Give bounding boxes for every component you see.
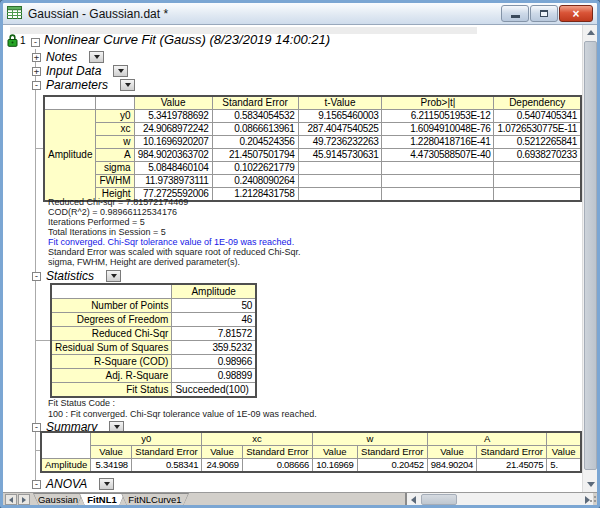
table-row: w10.16969202070.20452435649.72362322631.… [44,136,581,149]
summary-value-cell: 984.90204 [427,459,476,473]
fit-note-line: Reduced Chi-sqr = 7.81572174469 [48,197,301,207]
horizontal-scrollbar-thumb[interactable] [421,494,457,505]
param-value-cell [382,162,494,175]
param-name-cell: A [96,149,134,162]
column-header: Amplitude [172,284,256,299]
collapse-toggle-anova[interactable]: - [32,480,41,489]
collapse-toggle-statistics[interactable]: - [32,272,41,281]
scroll-left-button[interactable] [407,493,419,506]
report-title: Nonlinear Curve Fit (Gauss) (8/23/2019 1… [44,32,330,47]
table-row: Adj. R-Square0.98899 [51,369,256,383]
table-cell [44,96,96,110]
param-value-cell: 0.0866613961 [212,123,298,136]
param-value-cell [494,162,581,175]
param-name-cell: xc [96,123,134,136]
group-header: w [313,432,428,446]
summary-value-cell: 5. [547,459,581,473]
fit-note-line: sigma, FWHM, Height are derived paramete… [48,257,301,267]
group-header: xc [202,432,313,446]
section-parameters: - Parameters [32,78,135,92]
param-value-cell: 0.5834054532 [212,110,298,123]
sheet-tab-label: FitNLCurve1 [122,494,188,506]
scroll-up-button[interactable] [583,25,598,40]
param-value-cell: 24.9068972242 [134,123,212,136]
expand-toggle-notes[interactable]: + [32,53,41,62]
expand-toggle-input-data[interactable]: + [32,67,41,76]
param-name-cell: FWHM [96,175,134,188]
title-bar[interactable]: Gaussian - Gaussian.dat * × [3,3,597,25]
chevron-down-icon [111,274,117,278]
param-value-cell: 0.5407405341 [494,110,581,123]
summary-value-cell: 0.58341 [131,459,201,473]
column-header: Standard Error [357,446,427,459]
param-name-cell: sigma [96,162,134,175]
param-value-cell: 10.1696920207 [134,136,212,149]
horizontal-scrollbar[interactable] [407,493,593,506]
param-value-cell: 1.0726530775E-11 [494,123,581,136]
stat-label-cell: Reduced Chi-Sqr [51,327,172,341]
stat-value-cell: 50 [172,299,256,313]
section-menu-button-anova[interactable] [99,478,114,490]
sheet-tab-bar: GaussianFitNL1FitNLCurve1 [3,492,597,505]
collapse-toggle-parameters[interactable]: - [32,81,41,90]
sheet-tab-gaussian[interactable]: Gaussian [33,493,83,506]
summary-value-cell: 5.34198 [91,459,132,473]
param-value-cell: 0.204524356 [212,136,298,149]
fit-note-line: COD(R^2) = 0.98966112534176 [48,207,301,217]
table-cell [41,432,91,459]
parameters-table: Value Standard Error t-Value Prob>|t| De… [43,95,582,202]
chevron-down-icon [114,425,120,429]
collapse-toggle-main[interactable]: - [31,38,40,47]
param-value-cell: 21.4507501794 [212,149,298,162]
resize-grip-icon[interactable] [588,496,596,504]
column-header: Dependency [494,96,581,110]
table-row: ValueStandard ErrorValueStandard ErrorVa… [41,446,581,459]
param-value-cell [494,175,581,188]
report-body: 1 - Nonlinear Curve Fit (Gauss) (8/23/20… [3,25,597,505]
fit-status-code-line: Fit Status Code : [48,398,317,409]
section-label-notes: Notes [46,50,77,64]
restore-button[interactable] [530,5,558,22]
fit-note-line: Iterations Performed = 5 [48,217,301,227]
section-menu-button-statistics[interactable] [106,270,121,282]
section-menu-button-notes[interactable] [89,51,104,63]
table-row: Degrees of Freedom46 [51,313,256,327]
param-value-cell: 0.2408090264 [212,175,298,188]
stat-label-cell: Number of Points [51,299,172,313]
close-button[interactable]: × [559,5,593,22]
section-label-parameters: Parameters [46,78,108,92]
row-group-label: Amplitude [41,459,91,473]
sheet-tab-fitnl1[interactable]: FitNL1 [79,493,125,506]
vertical-scrollbar-thumb[interactable] [584,41,597,470]
table-row: FWHM11.97389731110.2408090264 [44,175,581,188]
report-index: 1 [20,35,26,46]
window-title: Gaussian - Gaussian.dat * [28,7,500,21]
tab-next-button[interactable] [18,494,30,505]
stat-label-cell: Adj. R-Square [51,369,172,383]
summary-value-cell: 10.16969 [313,459,358,473]
section-label-anova: ANOVA [46,477,87,491]
minimize-button[interactable] [501,5,529,22]
column-header: Standard Error [131,446,201,459]
section-menu-button-input-data[interactable] [113,65,128,77]
sheet-tab-fitnlcurve1[interactable]: FitNLCurve1 [121,493,189,506]
stat-value-cell: 7.81572 [172,327,256,341]
column-header: Value [427,446,476,459]
param-value-cell [298,188,382,202]
lock-icon[interactable] [7,33,18,51]
section-input-data: + Input Data [32,64,128,78]
param-value-cell: 4.4730588507E-40 [382,149,494,162]
param-value-cell: 984.9020363702 [134,149,212,162]
stat-label-cell: Degrees of Freedom [51,313,172,327]
section-notes: + Notes [32,50,104,64]
tree-stub [36,148,43,149]
chevron-down-icon [125,83,131,87]
vertical-scrollbar[interactable] [582,25,597,492]
summary-value-cell: 21.45075 [477,459,547,473]
worksheet-icon [7,5,22,23]
param-value-cell [298,175,382,188]
tab-prev-button[interactable] [5,494,17,505]
fit-notes: Reduced Chi-sqr = 7.81572174469COD(R^2) … [48,197,301,267]
scroll-down-button[interactable] [583,477,598,492]
section-menu-button-parameters[interactable] [120,79,135,91]
